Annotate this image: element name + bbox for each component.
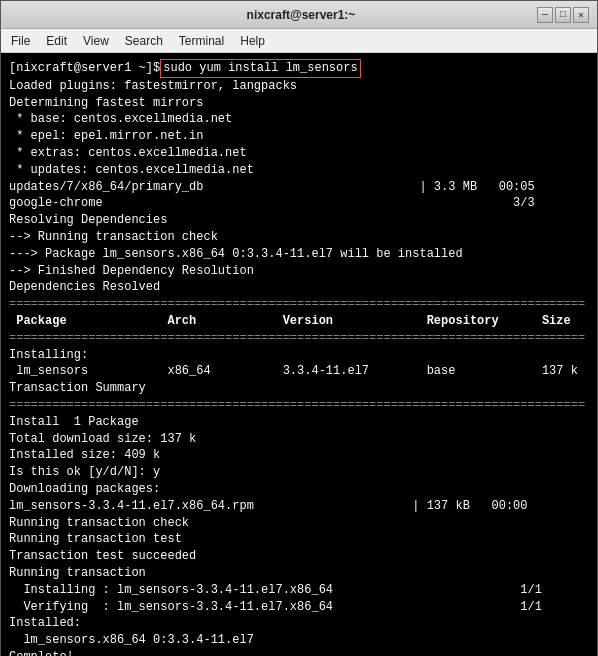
output-line: Verifying : lm_sensors-3.3.4-11.el7.x86_… (9, 599, 589, 616)
output-line: ---> Package lm_sensors.x86_64 0:3.3.4-1… (9, 246, 589, 263)
window-title: nixcraft@server1:~ (65, 8, 537, 22)
output-line: Transaction test succeeded (9, 548, 589, 565)
output-line: Installing : lm_sensors-3.3.4-11.el7.x86… (9, 582, 589, 599)
output-line: Downloading packages: (9, 481, 589, 498)
titlebar: nixcraft@server1:~ — □ ✕ (1, 1, 597, 29)
output-line: Dependencies Resolved (9, 279, 589, 296)
output-line: Complete! (9, 649, 589, 656)
output-line: * base: centos.excellmedia.net (9, 111, 589, 128)
install-line: Install 1 Package (9, 414, 589, 431)
menu-terminal[interactable]: Terminal (173, 32, 230, 50)
output-line: * extras: centos.excellmedia.net (9, 145, 589, 162)
separator-2: ========================================… (9, 330, 589, 347)
separator-1: ========================================… (9, 296, 589, 313)
output-block-1: Loaded plugins: fastestmirror, langpacks… (9, 78, 589, 296)
transaction-summary: Transaction Summary (9, 380, 589, 397)
output-line: --> Running transaction check (9, 229, 589, 246)
menu-file[interactable]: File (5, 32, 36, 50)
prompt1: [nixcraft@server1 ~]$ (9, 60, 160, 77)
terminal-window: nixcraft@server1:~ — □ ✕ File Edit View … (0, 0, 598, 656)
output-line: lm_sensors-3.3.4-11.el7.x86_64.rpm | 137… (9, 498, 589, 515)
menu-help[interactable]: Help (234, 32, 271, 50)
output-line: Resolving Dependencies (9, 212, 589, 229)
output-line: updates/7/x86_64/primary_db | 3.3 MB 00:… (9, 179, 589, 196)
separator-3: ========================================… (9, 397, 589, 414)
menu-edit[interactable]: Edit (40, 32, 73, 50)
terminal-body[interactable]: [nixcraft@server1 ~]$ sudo yum install l… (1, 53, 597, 656)
output-line: google-chrome 3/3 (9, 195, 589, 212)
output-line: Running transaction check (9, 515, 589, 532)
menu-view[interactable]: View (77, 32, 115, 50)
output-block-2: Total download size: 137 k Installed siz… (9, 431, 589, 656)
command-line: [nixcraft@server1 ~]$ sudo yum install l… (9, 59, 589, 78)
output-line: Determining fastest mirrors (9, 95, 589, 112)
output-line: Installed: (9, 615, 589, 632)
output-line: Loaded plugins: fastestmirror, langpacks (9, 78, 589, 95)
minimize-button[interactable]: — (537, 7, 553, 23)
table-row: lm_sensors x86_64 3.3.4-11.el7 base 137 … (9, 363, 589, 380)
output-line: lm_sensors.x86_64 0:3.3.4-11.el7 (9, 632, 589, 649)
section-installing: Installing: (9, 347, 589, 364)
output-line: Total download size: 137 k (9, 431, 589, 448)
window-controls: — □ ✕ (537, 7, 589, 23)
output-line: --> Finished Dependency Resolution (9, 263, 589, 280)
output-line: * epel: epel.mirror.net.in (9, 128, 589, 145)
output-line: * updates: centos.excellmedia.net (9, 162, 589, 179)
output-line: Running transaction test (9, 531, 589, 548)
maximize-button[interactable]: □ (555, 7, 571, 23)
close-button[interactable]: ✕ (573, 7, 589, 23)
menubar: File Edit View Search Terminal Help (1, 29, 597, 53)
menu-search[interactable]: Search (119, 32, 169, 50)
command-text: sudo yum install lm_sensors (160, 59, 360, 78)
output-line: Installed size: 409 k (9, 447, 589, 464)
output-line: Running transaction (9, 565, 589, 582)
table-header: Package Arch Version Repository Size (9, 313, 589, 330)
output-line: Is this ok [y/d/N]: y (9, 464, 589, 481)
